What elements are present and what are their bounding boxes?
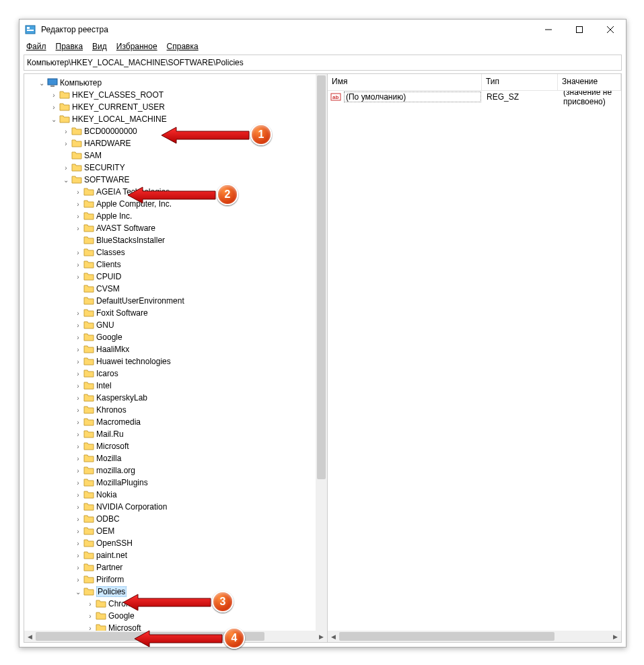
close-button[interactable] <box>595 20 626 40</box>
tree-node[interactable]: ›OpenSSH <box>24 537 327 549</box>
scroll-right-icon[interactable]: ▶ <box>610 631 621 642</box>
tree-node[interactable]: ›paint.net <box>24 549 327 561</box>
expand-chevron-icon[interactable]: › <box>73 528 83 535</box>
expand-chevron-icon[interactable]: ⌄ <box>36 79 47 87</box>
tree-node[interactable]: ›HKEY_CURRENT_USER <box>24 101 327 113</box>
expand-chevron-icon[interactable]: › <box>85 600 96 608</box>
tree-node[interactable]: BlueStacksInstaller <box>24 234 327 246</box>
expand-chevron-icon[interactable]: › <box>73 407 83 414</box>
expand-chevron-icon[interactable]: › <box>73 491 83 499</box>
expand-chevron-icon[interactable]: › <box>73 273 83 281</box>
col-value[interactable]: Значение <box>558 74 621 90</box>
expand-chevron-icon[interactable]: › <box>73 201 83 208</box>
tree-node[interactable]: ›Microsoft <box>24 440 327 452</box>
expand-chevron-icon[interactable]: › <box>73 188 83 196</box>
tree-node[interactable]: ›OEM <box>24 525 327 537</box>
expand-chevron-icon[interactable]: › <box>73 382 83 390</box>
tree-node[interactable]: ⌄SOFTWARE <box>24 174 327 186</box>
tree-vscroll[interactable] <box>316 74 327 631</box>
expand-chevron-icon[interactable]: › <box>73 419 83 426</box>
menu-edit[interactable]: Правка <box>52 40 87 53</box>
expand-chevron-icon[interactable]: › <box>61 128 71 135</box>
tree-node[interactable]: ⌄Policies <box>24 586 327 598</box>
expand-chevron-icon[interactable]: › <box>73 503 83 511</box>
tree-node[interactable]: ›AVAST Software <box>24 222 327 234</box>
menu-view[interactable]: Вид <box>88 40 111 53</box>
menu-favorites[interactable]: Избранное <box>112 40 162 53</box>
tree-node[interactable]: ›Apple Inc. <box>24 210 327 222</box>
expand-chevron-icon[interactable]: › <box>73 564 83 571</box>
expand-chevron-icon[interactable]: › <box>61 140 71 147</box>
list-item[interactable]: ab (По умолчанию) REG_SZ (значение не пр… <box>328 91 621 103</box>
expand-chevron-icon[interactable]: › <box>73 479 83 487</box>
expand-chevron-icon[interactable]: › <box>73 443 83 450</box>
expand-chevron-icon[interactable]: ⌄ <box>73 588 83 596</box>
tree-node[interactable]: ›Nokia <box>24 489 327 501</box>
expand-chevron-icon[interactable]: ⌄ <box>48 116 59 123</box>
tree-node[interactable]: ›NVIDIA Corporation <box>24 501 327 513</box>
expand-chevron-icon[interactable]: › <box>73 431 83 438</box>
tree-node[interactable]: ›Huawei technologies <box>24 355 327 368</box>
expand-chevron-icon[interactable]: › <box>73 576 83 584</box>
expand-chevron-icon[interactable]: › <box>85 612 96 620</box>
menu-help[interactable]: Справка <box>163 40 203 53</box>
tree-node[interactable]: ›ODBC <box>24 513 327 525</box>
expand-chevron-icon[interactable]: › <box>73 310 83 317</box>
tree-node[interactable]: ›Foxit Software <box>24 307 327 319</box>
expand-chevron-icon[interactable]: › <box>73 394 83 402</box>
tree-node[interactable]: ›BCD00000000 <box>24 125 327 137</box>
expand-chevron-icon[interactable]: › <box>73 334 83 341</box>
tree-node[interactable]: CVSM <box>24 283 327 295</box>
scroll-right-icon[interactable]: ▶ <box>316 631 327 642</box>
tree-node[interactable]: ›Partner <box>24 561 327 573</box>
address-bar[interactable]: Компьютер\HKEY_LOCAL_MACHINE\SOFTWARE\Po… <box>24 55 622 71</box>
scroll-left-icon[interactable]: ◀ <box>24 631 36 642</box>
menu-file[interactable]: Файл <box>22 40 50 53</box>
expand-chevron-icon[interactable]: › <box>48 92 59 99</box>
tree-hscroll[interactable]: ◀ ▶ <box>24 631 327 642</box>
registry-tree[interactable]: ⌄Компьютер›HKEY_CLASSES_ROOT›HKEY_CURREN… <box>24 74 327 642</box>
minimize-button[interactable] <box>533 20 564 40</box>
tree-node[interactable]: ⌄Компьютер <box>24 77 327 89</box>
expand-chevron-icon[interactable]: › <box>73 225 83 232</box>
tree-node[interactable]: ›Intel <box>24 380 327 392</box>
expand-chevron-icon[interactable]: › <box>73 346 83 353</box>
expand-chevron-icon[interactable]: › <box>73 261 83 269</box>
tree-node[interactable]: ›CPUID <box>24 271 327 283</box>
tree-node[interactable]: ›mozilla.org <box>24 464 327 477</box>
expand-chevron-icon[interactable]: › <box>73 455 83 462</box>
tree-node[interactable]: ›MozillaPlugins <box>24 477 327 489</box>
tree-node[interactable]: ›Google <box>24 331 327 343</box>
expand-chevron-icon[interactable]: › <box>73 358 83 365</box>
tree-node[interactable]: ›Apple Computer, Inc. <box>24 198 327 210</box>
col-type[interactable]: Тип <box>482 74 558 90</box>
tree-node[interactable]: SAM <box>24 149 327 162</box>
expand-chevron-icon[interactable]: ⌄ <box>61 176 71 184</box>
expand-chevron-icon[interactable]: › <box>48 104 59 111</box>
tree-node[interactable]: ›AGEIA Technologies <box>24 186 327 198</box>
tree-node[interactable]: ›Mail.Ru <box>24 428 327 440</box>
expand-chevron-icon[interactable]: › <box>73 213 83 220</box>
tree-node[interactable]: ›HARDWARE <box>24 137 327 149</box>
tree-node[interactable]: ›SECURITY <box>24 162 327 174</box>
tree-node[interactable]: ›Macromedia <box>24 416 327 428</box>
expand-chevron-icon[interactable]: › <box>73 322 83 329</box>
expand-chevron-icon[interactable]: › <box>73 467 83 475</box>
col-name[interactable]: Имя <box>328 74 482 90</box>
tree-node[interactable]: ⌄HKEY_LOCAL_MACHINE <box>24 113 327 125</box>
tree-node[interactable]: ›Google <box>24 610 327 622</box>
tree-node[interactable]: ›HKEY_CLASSES_ROOT <box>24 89 327 101</box>
expand-chevron-icon[interactable]: › <box>73 370 83 378</box>
tree-node[interactable]: ›Piriform <box>24 573 327 586</box>
tree-node[interactable]: ›Clients <box>24 258 327 271</box>
tree-node[interactable]: ›GNU <box>24 319 327 331</box>
expand-chevron-icon[interactable]: › <box>73 552 83 559</box>
tree-node[interactable]: ›Chromium <box>24 598 327 610</box>
tree-node[interactable]: ›Classes <box>24 246 327 258</box>
tree-node[interactable]: ›Icaros <box>24 368 327 380</box>
tree-node[interactable]: ›Mozilla <box>24 452 327 464</box>
tree-node[interactable]: ›Khronos <box>24 404 327 416</box>
expand-chevron-icon[interactable]: › <box>61 164 71 172</box>
values-hscroll[interactable]: ◀ ▶ <box>328 631 621 642</box>
tree-node[interactable]: DefaultUserEnvironment <box>24 295 327 307</box>
